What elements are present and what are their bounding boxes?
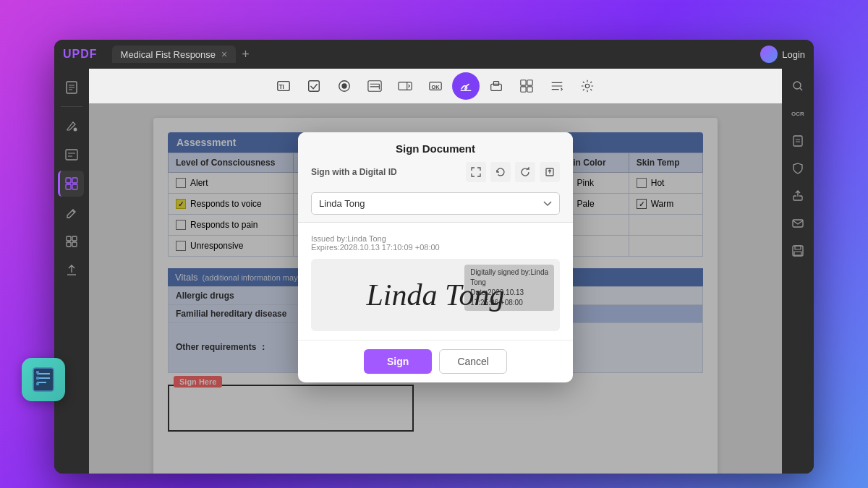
svg-point-31	[341, 83, 346, 88]
sign-document-modal: Sign Document Sign with a Digital ID	[298, 132, 573, 382]
svg-rect-17	[66, 178, 71, 183]
modal-body: Issued by:Linda Tong Expires:2028.10.13 …	[298, 223, 573, 340]
svg-rect-44	[527, 80, 532, 85]
user-avatar	[760, 46, 778, 63]
modal-footer: Sign Cancel	[298, 340, 573, 382]
svg-rect-20	[72, 184, 77, 189]
modal-header: Sign Document Sign with a Digital ID	[298, 132, 573, 223]
right-icon-protect[interactable]	[786, 157, 809, 180]
svg-rect-7	[36, 377, 39, 380]
app-logo: UPUPDFDF	[63, 48, 98, 61]
svg-rect-22	[67, 236, 71, 241]
title-bar: UPUPDFDF Medical Fist Response × + Login	[54, 40, 814, 69]
title-bar-right: Login	[760, 46, 805, 63]
svg-rect-25	[72, 242, 77, 247]
sidebar-icon-form[interactable]	[59, 142, 85, 168]
modal-toolbar	[466, 162, 560, 182]
modal-title: Sign Document	[311, 142, 560, 155]
right-icon-share[interactable]	[786, 184, 809, 207]
signature-name: Linda Tong	[366, 278, 504, 312]
cancel-button[interactable]: Cancel	[439, 349, 507, 374]
ok-tool-btn[interactable]: OK	[422, 72, 449, 100]
sidebar-icon-pages[interactable]	[59, 74, 85, 100]
right-icon-file[interactable]	[786, 129, 809, 153]
svg-rect-29	[309, 81, 320, 92]
svg-line-53	[800, 88, 802, 90]
sidebar-divider-1	[61, 106, 82, 107]
modal-rotate-left-btn[interactable]	[490, 162, 511, 182]
combobox-tool-btn[interactable]	[391, 72, 419, 100]
svg-rect-43	[521, 80, 526, 85]
svg-rect-57	[793, 220, 803, 227]
modal-refresh-btn[interactable]	[515, 162, 535, 182]
svg-text:TI: TI	[279, 84, 284, 90]
sign-confirm-button[interactable]: Sign	[364, 349, 432, 374]
svg-point-52	[793, 82, 801, 89]
new-tab-button[interactable]: +	[242, 47, 250, 62]
sidebar-icon-edit[interactable]	[59, 200, 85, 226]
right-icon-ocr[interactable]: OCR	[786, 102, 809, 125]
tab-title: Medical Fist Response	[121, 49, 216, 60]
checkbox-tool-btn[interactable]	[300, 72, 328, 100]
svg-point-13	[74, 128, 77, 132]
left-sidebar	[54, 69, 89, 474]
right-icon-save[interactable]	[786, 239, 809, 262]
modal-rotate-right-btn[interactable]	[540, 162, 560, 182]
svg-rect-19	[66, 184, 71, 189]
svg-rect-59	[795, 246, 801, 249]
text-field-tool-btn[interactable]: TI	[270, 72, 297, 100]
cert-issued-by-text: Issued by:Linda Tong	[311, 234, 560, 243]
cert-expires-text: Expires:2028.10.13 17:10:09 +08:00	[311, 243, 560, 252]
svg-point-50	[585, 84, 589, 87]
document-area: Assessment Level of Consciousness Airway…	[89, 103, 782, 474]
align-tool-btn[interactable]	[543, 72, 571, 100]
svg-rect-24	[67, 242, 71, 247]
svg-rect-45	[521, 87, 526, 92]
right-sidebar: OCR	[782, 69, 814, 474]
svg-rect-6	[36, 371, 39, 374]
modal-subtitle: Sign with a Digital ID	[311, 167, 397, 177]
svg-rect-42	[493, 82, 498, 85]
modal-expand-btn[interactable]	[466, 162, 486, 182]
signature-tool-btn[interactable]	[452, 72, 480, 100]
stamp-tool-btn[interactable]	[482, 72, 510, 100]
login-label: Login	[782, 49, 805, 60]
sidebar-icon-organize[interactable]	[59, 228, 85, 254]
grid-layout-tool-btn[interactable]	[513, 72, 540, 100]
radio-tool-btn[interactable]	[331, 72, 358, 100]
tab-close-button[interactable]: ×	[221, 48, 227, 60]
signature-preview: Linda Tong Digitally signed by:Linda Ton…	[311, 259, 560, 331]
badge-line1: Digitally signed by:Linda	[470, 267, 548, 278]
modal-overlay: Sign Document Sign with a Digital ID	[89, 103, 782, 474]
svg-rect-14	[66, 150, 77, 160]
list-tool-btn[interactable]	[361, 72, 388, 100]
login-button[interactable]: Login	[760, 46, 805, 63]
svg-rect-60	[794, 252, 801, 255]
right-icon-search[interactable]	[786, 74, 809, 98]
app-icon-float	[22, 358, 65, 401]
svg-rect-23	[72, 236, 77, 241]
svg-rect-54	[793, 136, 802, 146]
digital-id-select[interactable]: Linda Tong	[311, 192, 560, 215]
settings-tool-btn[interactable]	[574, 72, 601, 100]
svg-rect-8	[36, 382, 39, 385]
sidebar-icon-export[interactable]	[59, 257, 85, 283]
toolbar: TI OK	[89, 69, 782, 103]
main-content: TI OK	[54, 69, 814, 474]
sidebar-icon-fill[interactable]	[59, 113, 85, 139]
app-tab[interactable]: Medical Fist Response ×	[112, 46, 237, 63]
app-window: UPUPDFDF Medical Fist Response × + Login	[54, 40, 814, 474]
sidebar-icon-grid[interactable]	[58, 171, 84, 197]
svg-text:OK: OK	[432, 84, 441, 90]
cert-issued-by: Issued by:Linda Tong Expires:2028.10.13 …	[311, 234, 560, 252]
svg-rect-46	[527, 87, 532, 92]
svg-rect-18	[72, 178, 77, 183]
right-icon-mail[interactable]	[786, 212, 809, 235]
